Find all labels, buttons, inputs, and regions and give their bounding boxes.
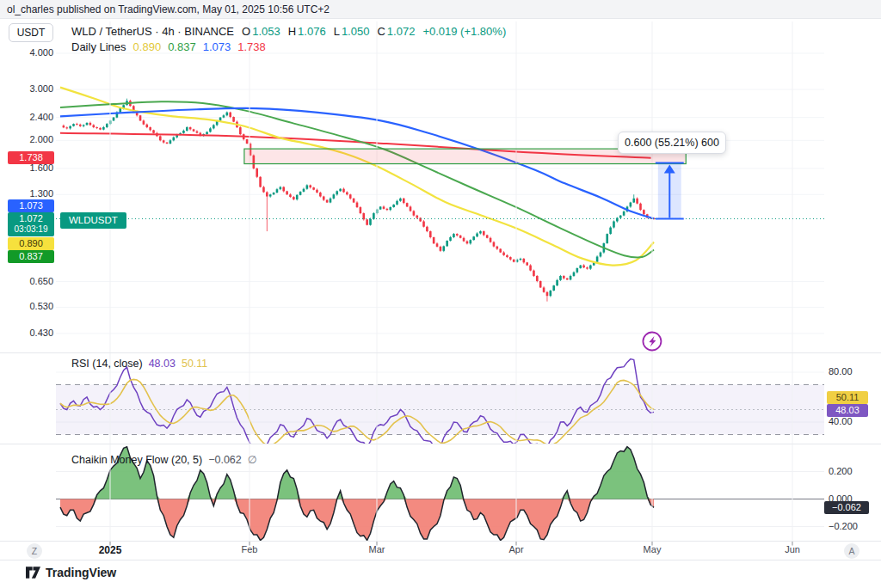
null-icon: ∅ <box>248 454 257 466</box>
rsi-header: RSI (14, close)48.0350.11 <box>71 358 213 370</box>
rsi-tick-label: 80.00 <box>829 366 873 377</box>
symbol-title: WLD / TetherUS · 4h · BINANCE <box>71 25 234 38</box>
time-axis-label: Apr <box>508 544 523 554</box>
price-tick-label: 0.430 <box>5 328 53 338</box>
low-value: 1.050 <box>342 25 370 38</box>
cmf-tick-label: −0.200 <box>829 521 873 531</box>
high-label: H <box>288 25 296 38</box>
price-tick-label: 2.400 <box>5 112 53 122</box>
countdown-timer: 03:03:19 <box>8 224 54 235</box>
range-tooltip: 0.600 (55.21%) 600 <box>618 132 726 154</box>
time-axis-label: Feb <box>242 544 258 554</box>
timezone-badge[interactable]: Z <box>27 543 42 559</box>
price-line-tag: 0.837 <box>8 250 54 263</box>
price-line-tag: 0.890 <box>8 237 54 250</box>
change-value: +0.019 (+1.80%) <box>422 25 506 38</box>
close-label: C <box>377 25 385 38</box>
time-axis-label: Jun <box>785 544 800 554</box>
time-axis-label: Mar <box>369 544 385 554</box>
daily-lines-label: Daily Lines <box>71 40 126 53</box>
time-axis-label: 2025 <box>99 544 122 556</box>
price-tick-label: 4.000 <box>5 47 53 58</box>
price-line-tag: 1.738 <box>8 151 54 164</box>
close-value: 1.072 <box>387 25 416 38</box>
tradingview-logo[interactable]: TradingView <box>26 566 116 579</box>
price-tick-label: 0.650 <box>5 276 53 286</box>
currency-toggle-button[interactable]: USDT <box>9 23 53 42</box>
open-label: O <box>242 25 250 38</box>
price-tick-label: 1.300 <box>5 188 53 199</box>
price-tick-label: 0.530 <box>5 301 53 311</box>
daily-line-value-yellow: 0.890 <box>133 40 162 53</box>
symbol-header: WLD / TetherUS · 4h · BINANCEO1.053H1.07… <box>71 25 508 38</box>
daily-line-value-red: 1.738 <box>237 40 266 53</box>
price-tick-label: 3.000 <box>5 83 53 94</box>
daily-line-value-green: 0.837 <box>168 40 196 53</box>
cmf-header: Chaikin Money Flow (20, 5)−0.062∅ <box>71 453 263 466</box>
daily-lines-legend: Daily Lines0.8900.8371.0731.738 <box>71 40 273 53</box>
current-price-tag: 1.07203:03:19 <box>8 212 54 236</box>
cmf-value-tag: −0.062 <box>824 501 869 514</box>
open-value: 1.053 <box>252 25 280 38</box>
autoscale-badge[interactable]: A <box>844 543 859 559</box>
symbol-price-tag: WLDUSDT <box>60 212 126 229</box>
rsi-ma-value: 50.11 <box>182 358 207 370</box>
rsi-value: 48.03 <box>149 358 176 370</box>
high-value: 1.076 <box>298 25 326 38</box>
price-line-tag: 1.073 <box>8 199 54 212</box>
daily-line-value-blue: 1.073 <box>203 40 231 53</box>
rsi-value-tag: 50.11 <box>827 391 868 404</box>
tradingview-logo-text: TradingView <box>46 566 116 579</box>
tradingview-logo-icon <box>26 567 40 579</box>
cmf-title: Chaikin Money Flow (20, 5) <box>71 454 202 466</box>
rsi-value-tag: 48.03 <box>827 404 868 417</box>
low-label: L <box>334 25 340 38</box>
time-axis-label: May <box>644 544 662 554</box>
cmf-tick-label: 0.200 <box>829 466 873 476</box>
rsi-tick-label: 40.00 <box>829 416 873 426</box>
tradingview-published-chart: ol_charles published on TradingView.com,… <box>0 0 881 588</box>
rsi-title: RSI (14, close) <box>71 358 143 370</box>
price-tick-label: 2.000 <box>5 134 53 144</box>
cmf-value: −0.062 <box>208 454 242 466</box>
chart-canvas[interactable] <box>0 0 881 588</box>
